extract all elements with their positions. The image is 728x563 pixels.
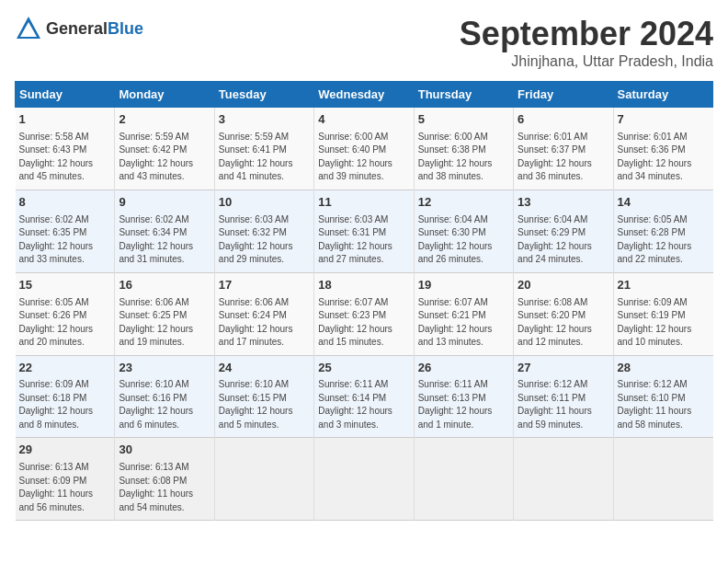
- day-number: 21: [618, 277, 710, 294]
- week-row-3: 15Sunrise: 6:05 AM Sunset: 6:26 PM Dayli…: [16, 272, 713, 355]
- calendar-cell: 29Sunrise: 6:13 AM Sunset: 6:09 PM Dayli…: [16, 438, 115, 521]
- day-info: Sunrise: 6:11 AM Sunset: 6:13 PM Dayligh…: [418, 378, 509, 431]
- day-info: Sunrise: 6:11 AM Sunset: 6:14 PM Dayligh…: [318, 378, 409, 431]
- calendar-table: SundayMondayTuesdayWednesdayThursdayFrid…: [15, 81, 713, 521]
- calendar-cell: 16Sunrise: 6:06 AM Sunset: 6:25 PM Dayli…: [115, 272, 214, 355]
- day-info: Sunrise: 6:03 AM Sunset: 6:31 PM Dayligh…: [318, 213, 409, 267]
- day-info: Sunrise: 6:00 AM Sunset: 6:40 PM Dayligh…: [318, 131, 409, 184]
- calendar-cell: 7Sunrise: 6:01 AM Sunset: 6:36 PM Daylig…: [613, 108, 712, 190]
- logo-blue: Blue: [108, 19, 143, 38]
- day-info: Sunrise: 6:02 AM Sunset: 6:34 PM Dayligh…: [119, 213, 210, 267]
- day-info: Sunrise: 6:01 AM Sunset: 6:37 PM Dayligh…: [518, 131, 609, 184]
- day-number: 25: [318, 360, 409, 377]
- day-info: Sunrise: 5:59 AM Sunset: 6:41 PM Dayligh…: [219, 131, 310, 184]
- calendar-cell: 24Sunrise: 6:10 AM Sunset: 6:15 PM Dayli…: [214, 355, 313, 438]
- day-number: 10: [219, 194, 310, 212]
- day-info: Sunrise: 6:04 AM Sunset: 6:29 PM Dayligh…: [518, 213, 609, 267]
- day-number: 26: [418, 360, 509, 377]
- calendar-cell: 25Sunrise: 6:11 AM Sunset: 6:14 PM Dayli…: [314, 355, 414, 438]
- day-number: 16: [119, 277, 210, 294]
- calendar-cell: 22Sunrise: 6:09 AM Sunset: 6:18 PM Dayli…: [16, 355, 115, 438]
- logo-icon: [15, 15, 42, 42]
- calendar-cell: 1Sunrise: 5:58 AM Sunset: 6:43 PM Daylig…: [16, 108, 115, 190]
- day-header-friday: Friday: [514, 82, 613, 108]
- day-number: 15: [19, 277, 111, 294]
- day-header-monday: Monday: [115, 82, 214, 108]
- day-number: 19: [418, 277, 509, 294]
- calendar-cell: 5Sunrise: 6:00 AM Sunset: 6:38 PM Daylig…: [414, 108, 513, 190]
- calendar-cell: [314, 438, 414, 521]
- day-number: 11: [318, 194, 409, 212]
- day-number: 14: [618, 194, 710, 212]
- calendar-cell: [514, 438, 613, 521]
- day-info: Sunrise: 6:05 AM Sunset: 6:26 PM Dayligh…: [19, 296, 111, 350]
- week-row-5: 29Sunrise: 6:13 AM Sunset: 6:09 PM Dayli…: [16, 438, 713, 521]
- calendar-cell: [613, 438, 712, 521]
- calendar-cell: 26Sunrise: 6:11 AM Sunset: 6:13 PM Dayli…: [414, 355, 513, 438]
- day-info: Sunrise: 6:08 AM Sunset: 6:20 PM Dayligh…: [518, 296, 609, 350]
- calendar-cell: 21Sunrise: 6:09 AM Sunset: 6:19 PM Dayli…: [613, 272, 712, 355]
- calendar-cell: 23Sunrise: 6:10 AM Sunset: 6:16 PM Dayli…: [115, 355, 214, 438]
- day-info: Sunrise: 6:10 AM Sunset: 6:15 PM Dayligh…: [219, 378, 310, 431]
- calendar-cell: 20Sunrise: 6:08 AM Sunset: 6:20 PM Dayli…: [514, 272, 613, 355]
- calendar-cell: 18Sunrise: 6:07 AM Sunset: 6:23 PM Dayli…: [314, 272, 414, 355]
- day-header-wednesday: Wednesday: [314, 82, 414, 108]
- day-number: 9: [119, 194, 210, 212]
- month-title: September 2024: [460, 15, 713, 53]
- calendar-cell: 15Sunrise: 6:05 AM Sunset: 6:26 PM Dayli…: [16, 272, 115, 355]
- day-info: Sunrise: 6:13 AM Sunset: 6:09 PM Dayligh…: [19, 461, 111, 514]
- week-row-2: 8Sunrise: 6:02 AM Sunset: 6:35 PM Daylig…: [16, 190, 713, 272]
- calendar-cell: 17Sunrise: 6:06 AM Sunset: 6:24 PM Dayli…: [214, 272, 313, 355]
- day-header-thursday: Thursday: [414, 82, 513, 108]
- calendar-cell: 19Sunrise: 6:07 AM Sunset: 6:21 PM Dayli…: [414, 272, 513, 355]
- day-number: 28: [618, 360, 710, 377]
- day-info: Sunrise: 6:06 AM Sunset: 6:24 PM Dayligh…: [219, 296, 310, 350]
- day-info: Sunrise: 6:06 AM Sunset: 6:25 PM Dayligh…: [119, 296, 210, 350]
- day-number: 18: [318, 277, 409, 294]
- day-info: Sunrise: 5:58 AM Sunset: 6:43 PM Dayligh…: [19, 131, 111, 184]
- day-info: Sunrise: 6:00 AM Sunset: 6:38 PM Dayligh…: [418, 131, 509, 184]
- day-number: 5: [418, 111, 509, 129]
- logo-text: GeneralBlue: [46, 19, 143, 39]
- day-number: 7: [618, 111, 710, 129]
- day-info: Sunrise: 6:03 AM Sunset: 6:32 PM Dayligh…: [219, 213, 310, 267]
- day-info: Sunrise: 6:12 AM Sunset: 6:10 PM Dayligh…: [618, 378, 710, 431]
- day-number: 17: [219, 277, 310, 294]
- day-info: Sunrise: 6:05 AM Sunset: 6:28 PM Dayligh…: [618, 213, 710, 267]
- day-number: 6: [518, 111, 609, 129]
- header-row: SundayMondayTuesdayWednesdayThursdayFrid…: [16, 82, 713, 108]
- day-number: 12: [418, 194, 509, 212]
- location-title: Jhinjhana, Uttar Pradesh, India: [460, 53, 713, 70]
- day-info: Sunrise: 6:04 AM Sunset: 6:30 PM Dayligh…: [418, 213, 509, 267]
- day-info: Sunrise: 6:09 AM Sunset: 6:19 PM Dayligh…: [618, 296, 710, 350]
- title-block: September 2024 Jhinjhana, Uttar Pradesh,…: [460, 15, 713, 70]
- page-header: GeneralBlue September 2024 Jhinjhana, Ut…: [15, 15, 713, 70]
- logo: GeneralBlue: [15, 15, 143, 42]
- day-number: 3: [219, 111, 310, 129]
- day-number: 27: [518, 360, 609, 377]
- calendar-cell: 11Sunrise: 6:03 AM Sunset: 6:31 PM Dayli…: [314, 190, 414, 272]
- calendar-cell: 9Sunrise: 6:02 AM Sunset: 6:34 PM Daylig…: [115, 190, 214, 272]
- day-number: 2: [119, 111, 210, 129]
- calendar-cell: 4Sunrise: 6:00 AM Sunset: 6:40 PM Daylig…: [314, 108, 414, 190]
- day-info: Sunrise: 6:10 AM Sunset: 6:16 PM Dayligh…: [119, 378, 210, 431]
- calendar-cell: 14Sunrise: 6:05 AM Sunset: 6:28 PM Dayli…: [613, 190, 712, 272]
- day-header-tuesday: Tuesday: [214, 82, 313, 108]
- calendar-cell: 12Sunrise: 6:04 AM Sunset: 6:30 PM Dayli…: [414, 190, 513, 272]
- calendar-cell: 28Sunrise: 6:12 AM Sunset: 6:10 PM Dayli…: [613, 355, 712, 438]
- day-number: 4: [318, 111, 409, 129]
- day-number: 22: [19, 360, 111, 377]
- day-info: Sunrise: 6:01 AM Sunset: 6:36 PM Dayligh…: [618, 131, 710, 184]
- calendar-cell: 3Sunrise: 5:59 AM Sunset: 6:41 PM Daylig…: [214, 108, 313, 190]
- day-info: Sunrise: 6:13 AM Sunset: 6:08 PM Dayligh…: [119, 461, 210, 514]
- calendar-cell: 13Sunrise: 6:04 AM Sunset: 6:29 PM Dayli…: [514, 190, 613, 272]
- day-number: 1: [19, 111, 111, 129]
- day-info: Sunrise: 6:09 AM Sunset: 6:18 PM Dayligh…: [19, 378, 111, 431]
- day-number: 23: [119, 360, 210, 377]
- day-info: Sunrise: 6:12 AM Sunset: 6:11 PM Dayligh…: [518, 378, 609, 431]
- week-row-4: 22Sunrise: 6:09 AM Sunset: 6:18 PM Dayli…: [16, 355, 713, 438]
- day-number: 24: [219, 360, 310, 377]
- calendar-cell: [414, 438, 513, 521]
- calendar-cell: 8Sunrise: 6:02 AM Sunset: 6:35 PM Daylig…: [16, 190, 115, 272]
- week-row-1: 1Sunrise: 5:58 AM Sunset: 6:43 PM Daylig…: [16, 108, 713, 190]
